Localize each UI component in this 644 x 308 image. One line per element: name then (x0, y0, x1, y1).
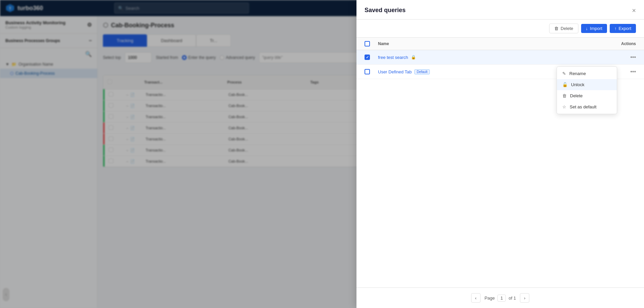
prev-page-button[interactable]: ‹ (471, 293, 481, 303)
dropdown-set-default[interactable]: ☆ Set as default (557, 101, 617, 112)
close-modal-button[interactable]: × (632, 7, 636, 14)
import-button[interactable]: ↓ Import (581, 24, 607, 33)
row1-menu-button[interactable]: ••• (630, 54, 636, 60)
row1-name: free test search 🔒 (378, 55, 609, 60)
rename-icon: ✎ (562, 71, 566, 76)
context-dropdown-menu: ✎ Rename 🔓 Unlock 🗑 Delete ☆ Set as defa… (557, 66, 617, 114)
unlock-label: Unlock (571, 82, 584, 87)
lock-icon: 🔒 (411, 55, 416, 60)
delete-label: Delete (561, 26, 573, 31)
dropdown-unlock[interactable]: 🔓 Unlock (557, 79, 617, 90)
unlock-icon: 🔓 (562, 82, 568, 87)
delete-menu-icon: 🗑 (562, 93, 567, 98)
modal-header: Saved queries × (356, 0, 644, 20)
row2-menu-button[interactable]: ••• (630, 69, 636, 75)
export-icon: ↑ (614, 26, 617, 31)
row1-actions: ••• (609, 54, 636, 60)
delete-icon: 🗑 (554, 26, 559, 31)
import-icon: ↓ (586, 26, 588, 31)
rename-label: Rename (569, 71, 586, 76)
row2-checkbox[interactable] (365, 69, 370, 74)
modal-table-header: Name Actions (356, 38, 644, 50)
modal-title: Saved queries (365, 7, 406, 14)
import-label: Import (590, 26, 602, 31)
row1-checkbox[interactable] (365, 55, 370, 60)
default-badge: Default (414, 69, 430, 74)
header-check (365, 41, 378, 46)
dropdown-delete[interactable]: 🗑 Delete (557, 90, 617, 101)
next-page-button[interactable]: › (520, 293, 529, 303)
dropdown-rename[interactable]: ✎ Rename (557, 68, 617, 79)
row1-name-text: free test search (378, 55, 408, 60)
row1-check[interactable] (365, 55, 378, 60)
row2-name-text: User Defined Tab (378, 69, 412, 74)
page-label: Page (485, 296, 495, 301)
select-all-checkbox[interactable] (365, 41, 370, 46)
set-default-label: Set as default (570, 104, 597, 109)
saved-query-row-1: free test search 🔒 ••• ✎ Rename 🔓 Unlock… (356, 50, 644, 65)
page-number: 1 (497, 295, 506, 302)
export-button[interactable]: ↑ Export (610, 24, 636, 33)
of-label: of 1 (508, 296, 516, 301)
set-default-icon: ☆ (562, 104, 566, 109)
export-label: Export (618, 26, 631, 31)
col-actions-header: Actions (609, 41, 636, 46)
page-info: Page 1 of 1 (485, 295, 516, 302)
modal-toolbar: 🗑 Delete ↓ Import ↑ Export (356, 20, 644, 38)
delete-menu-label: Delete (570, 93, 583, 98)
saved-queries-modal: Saved queries × 🗑 Delete ↓ Import ↑ Expo… (356, 0, 644, 308)
modal-footer: ‹ Page 1 of 1 › (356, 287, 644, 308)
row2-check[interactable] (365, 69, 378, 74)
col-name-header: Name (378, 41, 609, 46)
delete-button[interactable]: 🗑 Delete (549, 24, 578, 33)
